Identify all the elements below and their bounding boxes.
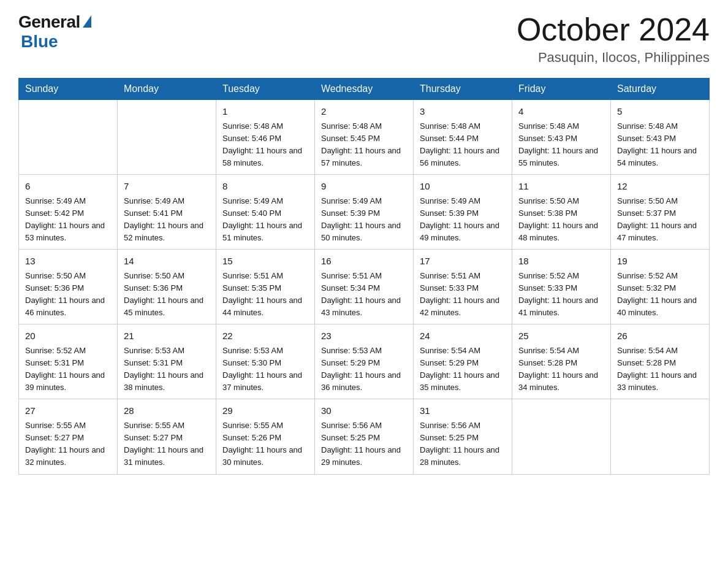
day-number: 20 [25, 329, 111, 343]
day-number: 18 [518, 255, 604, 269]
calendar-cell: 22Sunrise: 5:53 AMSunset: 5:30 PMDayligh… [216, 324, 315, 399]
calendar-cell: 26Sunrise: 5:54 AMSunset: 5:28 PMDayligh… [611, 324, 710, 399]
calendar-cell: 19Sunrise: 5:52 AMSunset: 5:32 PMDayligh… [611, 250, 710, 324]
day-number: 14 [124, 255, 210, 269]
day-info: Sunrise: 5:53 AMSunset: 5:31 PMDaylight:… [124, 346, 203, 392]
page-header: General Blue October 2024 Pasuquin, Iloc… [18, 12, 710, 66]
day-info: Sunrise: 5:55 AMSunset: 5:27 PMDaylight:… [124, 421, 203, 467]
calendar-cell: 18Sunrise: 5:52 AMSunset: 5:33 PMDayligh… [512, 250, 611, 324]
calendar-cell [611, 399, 710, 474]
day-info: Sunrise: 5:54 AMSunset: 5:28 PMDaylight:… [617, 346, 697, 392]
day-number: 7 [124, 180, 210, 194]
calendar-cell: 2Sunrise: 5:48 AMSunset: 5:45 PMDaylight… [315, 100, 414, 175]
calendar-cell: 20Sunrise: 5:52 AMSunset: 5:31 PMDayligh… [19, 324, 118, 399]
calendar-cell: 17Sunrise: 5:51 AMSunset: 5:33 PMDayligh… [414, 250, 512, 324]
day-info: Sunrise: 5:55 AMSunset: 5:26 PMDaylight:… [222, 421, 302, 467]
day-number: 23 [321, 329, 407, 343]
calendar-cell [512, 399, 611, 474]
day-number: 24 [420, 329, 506, 343]
calendar-header-row: SundayMondayTuesdayWednesdayThursdayFrid… [19, 79, 710, 100]
calendar-cell: 5Sunrise: 5:48 AMSunset: 5:43 PMDaylight… [611, 100, 710, 175]
day-info: Sunrise: 5:51 AMSunset: 5:35 PMDaylight:… [222, 271, 302, 317]
calendar-week-row: 13Sunrise: 5:50 AMSunset: 5:36 PMDayligh… [19, 250, 710, 324]
day-info: Sunrise: 5:51 AMSunset: 5:34 PMDaylight:… [321, 271, 401, 317]
calendar-cell: 9Sunrise: 5:49 AMSunset: 5:39 PMDaylight… [315, 175, 414, 250]
logo-blue-text: Blue [21, 32, 58, 52]
calendar-cell: 7Sunrise: 5:49 AMSunset: 5:41 PMDaylight… [118, 175, 216, 250]
day-number: 25 [518, 329, 604, 343]
location-title: Pasuquin, Ilocos, Philippines [517, 50, 710, 66]
day-info: Sunrise: 5:50 AMSunset: 5:38 PMDaylight:… [518, 196, 598, 242]
day-info: Sunrise: 5:48 AMSunset: 5:44 PMDaylight:… [420, 121, 499, 167]
day-info: Sunrise: 5:48 AMSunset: 5:43 PMDaylight:… [518, 121, 598, 167]
calendar-week-row: 27Sunrise: 5:55 AMSunset: 5:27 PMDayligh… [19, 399, 710, 474]
day-number: 27 [25, 404, 111, 418]
day-number: 10 [420, 180, 506, 194]
calendar-cell: 30Sunrise: 5:56 AMSunset: 5:25 PMDayligh… [315, 399, 414, 474]
day-number: 2 [321, 105, 407, 119]
day-number: 13 [25, 255, 111, 269]
day-number: 1 [222, 105, 308, 119]
day-info: Sunrise: 5:50 AMSunset: 5:37 PMDaylight:… [617, 196, 697, 242]
day-number: 9 [321, 180, 407, 194]
day-number: 22 [222, 329, 308, 343]
day-number: 6 [25, 180, 111, 194]
day-number: 15 [222, 255, 308, 269]
day-info: Sunrise: 5:48 AMSunset: 5:45 PMDaylight:… [321, 121, 401, 167]
column-header-thursday: Thursday [414, 79, 512, 100]
logo: General Blue [18, 12, 91, 52]
column-header-tuesday: Tuesday [216, 79, 315, 100]
day-number: 11 [518, 180, 604, 194]
calendar-cell [19, 100, 118, 175]
day-number: 28 [124, 404, 210, 418]
day-info: Sunrise: 5:50 AMSunset: 5:36 PMDaylight:… [124, 271, 203, 317]
day-info: Sunrise: 5:51 AMSunset: 5:33 PMDaylight:… [420, 271, 499, 317]
calendar-cell: 4Sunrise: 5:48 AMSunset: 5:43 PMDaylight… [512, 100, 611, 175]
day-info: Sunrise: 5:54 AMSunset: 5:28 PMDaylight:… [518, 346, 598, 392]
calendar-cell: 1Sunrise: 5:48 AMSunset: 5:46 PMDaylight… [216, 100, 315, 175]
day-number: 4 [518, 105, 604, 119]
day-number: 21 [124, 329, 210, 343]
day-info: Sunrise: 5:48 AMSunset: 5:43 PMDaylight:… [617, 121, 697, 167]
column-header-saturday: Saturday [611, 79, 710, 100]
day-number: 29 [222, 404, 308, 418]
calendar-cell: 3Sunrise: 5:48 AMSunset: 5:44 PMDaylight… [414, 100, 512, 175]
column-header-monday: Monday [118, 79, 216, 100]
calendar-cell: 13Sunrise: 5:50 AMSunset: 5:36 PMDayligh… [19, 250, 118, 324]
day-info: Sunrise: 5:53 AMSunset: 5:30 PMDaylight:… [222, 346, 302, 392]
calendar-cell: 21Sunrise: 5:53 AMSunset: 5:31 PMDayligh… [118, 324, 216, 399]
day-info: Sunrise: 5:49 AMSunset: 5:39 PMDaylight:… [321, 196, 401, 242]
day-number: 17 [420, 255, 506, 269]
day-number: 30 [321, 404, 407, 418]
day-info: Sunrise: 5:56 AMSunset: 5:25 PMDaylight:… [321, 421, 401, 467]
calendar-cell: 10Sunrise: 5:49 AMSunset: 5:39 PMDayligh… [414, 175, 512, 250]
calendar-table: SundayMondayTuesdayWednesdayThursdayFrid… [18, 78, 710, 474]
logo-triangle-icon [83, 15, 91, 28]
day-info: Sunrise: 5:55 AMSunset: 5:27 PMDaylight:… [25, 421, 105, 467]
calendar-cell: 31Sunrise: 5:56 AMSunset: 5:25 PMDayligh… [414, 399, 512, 474]
calendar-cell: 11Sunrise: 5:50 AMSunset: 5:38 PMDayligh… [512, 175, 611, 250]
day-number: 31 [420, 404, 506, 418]
calendar-cell: 14Sunrise: 5:50 AMSunset: 5:36 PMDayligh… [118, 250, 216, 324]
day-info: Sunrise: 5:50 AMSunset: 5:36 PMDaylight:… [25, 271, 105, 317]
day-number: 26 [617, 329, 703, 343]
day-number: 8 [222, 180, 308, 194]
column-header-friday: Friday [512, 79, 611, 100]
day-info: Sunrise: 5:56 AMSunset: 5:25 PMDaylight:… [420, 421, 499, 467]
calendar-cell: 6Sunrise: 5:49 AMSunset: 5:42 PMDaylight… [19, 175, 118, 250]
calendar-cell: 23Sunrise: 5:53 AMSunset: 5:29 PMDayligh… [315, 324, 414, 399]
day-info: Sunrise: 5:49 AMSunset: 5:41 PMDaylight:… [124, 196, 203, 242]
calendar-week-row: 20Sunrise: 5:52 AMSunset: 5:31 PMDayligh… [19, 324, 710, 399]
day-number: 19 [617, 255, 703, 269]
calendar-cell: 15Sunrise: 5:51 AMSunset: 5:35 PMDayligh… [216, 250, 315, 324]
calendar-week-row: 1Sunrise: 5:48 AMSunset: 5:46 PMDaylight… [19, 100, 710, 175]
column-header-wednesday: Wednesday [315, 79, 414, 100]
day-info: Sunrise: 5:52 AMSunset: 5:31 PMDaylight:… [25, 346, 105, 392]
calendar-cell: 12Sunrise: 5:50 AMSunset: 5:37 PMDayligh… [611, 175, 710, 250]
calendar-cell: 16Sunrise: 5:51 AMSunset: 5:34 PMDayligh… [315, 250, 414, 324]
day-info: Sunrise: 5:52 AMSunset: 5:32 PMDaylight:… [617, 271, 697, 317]
calendar-cell: 28Sunrise: 5:55 AMSunset: 5:27 PMDayligh… [118, 399, 216, 474]
month-title: October 2024 [517, 12, 710, 47]
day-info: Sunrise: 5:53 AMSunset: 5:29 PMDaylight:… [321, 346, 401, 392]
column-header-sunday: Sunday [19, 79, 118, 100]
